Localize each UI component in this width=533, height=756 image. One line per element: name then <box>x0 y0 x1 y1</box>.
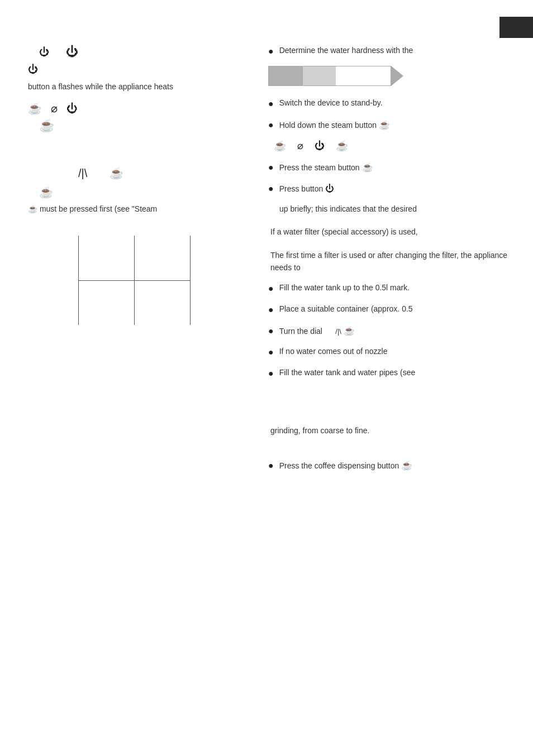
left-column: ⏻ ⏻ ⏻ button a flashes while the applian… <box>0 0 257 756</box>
r-null-icon-1: ⌀ <box>297 140 303 152</box>
r-power-icon-1: ⏻ <box>315 140 325 152</box>
bullet-dot-f5: ● <box>268 367 274 380</box>
hardness-bar-container <box>268 66 516 86</box>
table-lines <box>56 236 223 325</box>
hardness-seg-1 <box>269 66 302 85</box>
bullet-hardness-text: Determine the water hardness with the <box>279 45 413 56</box>
bullet-fill-pipes: ● Fill the water tank and water pipes (s… <box>268 367 516 380</box>
left-icons-mid: /|\ ☕ <box>22 166 246 180</box>
filter-note: If a water filter (special accessory) is… <box>268 226 516 238</box>
bullet-container-text: Place a suitable container (approx. 0.5 <box>279 303 413 315</box>
bullet-press-steam: ● Press the steam button ☕ <box>268 161 516 174</box>
power-icon-inline-1: ⏻ <box>325 184 334 193</box>
bullet-dot-3: ● <box>268 118 274 132</box>
sub-text-1: up briefly; this indicates that the desi… <box>268 203 516 215</box>
bullet-steam-hold: ● Hold down the steam button ☕ <box>268 118 516 132</box>
power-icon-2: ⏻ <box>66 45 78 59</box>
h-line-1 <box>78 280 190 281</box>
left-steam-text: ☕ must be pressed first (see "Steam <box>22 204 246 213</box>
bullet-turn-dial-text: Turn the dial /|\ ☕ <box>279 324 355 338</box>
bullet-dot-5: ● <box>268 182 274 195</box>
power-icon-3: ⏻ <box>28 64 38 75</box>
bullet-hardness: ● Determine the water hardness with the <box>268 45 516 58</box>
steam-icon-inline-1: ☕ <box>379 120 390 130</box>
bullet-dot-1: ● <box>268 45 274 58</box>
bullet-coffee-button: ● Press the coffee dispensing button ☕ <box>268 459 516 472</box>
bullet-steam-hold-text: Hold down the steam button ☕ <box>279 118 390 132</box>
power-icon-4: ⏻ <box>66 102 78 115</box>
r-coffee-icon-2: ☕ <box>336 140 348 152</box>
steam-icon-3: ☕ <box>39 185 53 199</box>
right-column: ● Determine the water hardness with the … <box>257 0 533 756</box>
bullet-turn-dial: ● Turn the dial /|\ ☕ <box>268 324 516 338</box>
bullet-no-water-text: If no water comes out of nozzle <box>279 346 388 357</box>
bullet-fill-tank-text: Fill the water tank up to the 0.5l mark. <box>279 282 410 294</box>
bullet-dot-4: ● <box>268 161 274 174</box>
v-line-3 <box>190 236 191 325</box>
bullet-press-power-text: Press button ⏻ <box>279 182 335 195</box>
bullet-standby-text: Switch the device to stand-by. <box>279 97 383 109</box>
steam-icon-inline-3: ☕ <box>344 326 355 336</box>
r-coffee-icon-1: ☕ <box>274 140 286 152</box>
coffee-icon-1: ☕ <box>28 102 42 115</box>
null-icon-1: ⌀ <box>51 102 58 115</box>
right-icons-row: ☕ ⌀ ⏻ ☕ <box>274 140 516 152</box>
bullet-press-power: ● Press button ⏻ <box>268 182 516 195</box>
bullet-dot-c1: ● <box>268 459 274 472</box>
bullet-dot-f1: ● <box>268 282 274 295</box>
dial-icon-inline: /|\ <box>335 327 341 336</box>
bullet-dot-f4: ● <box>268 346 274 359</box>
right-grind-section: grinding, from coarse to fine. <box>268 425 516 437</box>
bullet-fill-pipes-text: Fill the water tank and water pipes (see <box>279 367 416 379</box>
bullet-dot-f3: ● <box>268 324 274 338</box>
coffee-icon-inline: ☕ <box>401 461 412 470</box>
hardness-bar <box>268 66 391 86</box>
steam-icon-inline-2: ☕ <box>362 162 373 172</box>
left-steam-bottom: ☕ <box>22 185 246 199</box>
left-steam-single: ☕ <box>22 118 246 133</box>
right-filter-section: The first time a filter is used or after… <box>268 249 516 380</box>
bullet-dot-f2: ● <box>268 303 274 317</box>
left-description: button a flashes while the appliance hea… <box>22 81 246 93</box>
bullet-standby: ● Switch the device to stand-by. <box>268 97 516 111</box>
bullet-no-water: ● If no water comes out of nozzle <box>268 346 516 359</box>
steam-icon-2: ☕ <box>110 166 123 180</box>
hardness-arrow <box>391 66 403 86</box>
bullet-coffee-button-text: Press the coffee dispensing button ☕ <box>279 459 412 472</box>
left-icons-row2: ☕ ⌀ ⏻ <box>22 102 246 115</box>
page-container: ⏻ ⏻ ⏻ button a flashes while the applian… <box>0 0 533 756</box>
bullet-press-steam-text: Press the steam button ☕ <box>279 161 373 174</box>
table-area <box>22 236 246 325</box>
bullet-fill-tank: ● Fill the water tank up to the 0.5l mar… <box>268 282 516 295</box>
left-bottom-section: /|\ ☕ ☕ ☕ must be pressed first (see "St… <box>22 166 246 213</box>
bullet-dot-2: ● <box>268 97 274 111</box>
bullet-container: ● Place a suitable container (approx. 0.… <box>268 303 516 317</box>
top-right-bar <box>499 17 533 38</box>
right-coffee-section: ● Press the coffee dispensing button ☕ <box>268 459 516 472</box>
hardness-seg-empty <box>336 66 391 85</box>
dial-icon-1: /|\ <box>78 167 87 180</box>
power-icon-1: ⏻ <box>39 46 49 58</box>
left-icons-top: ⏻ ⏻ <box>22 45 246 59</box>
grind-text: grinding, from coarse to fine. <box>268 425 516 437</box>
left-power-single: ⏻ <box>22 64 246 75</box>
steam-icon-1: ☕ <box>39 118 54 133</box>
hardness-seg-2 <box>302 66 336 85</box>
filter-intro-text: The first time a filter is used or after… <box>268 249 516 274</box>
